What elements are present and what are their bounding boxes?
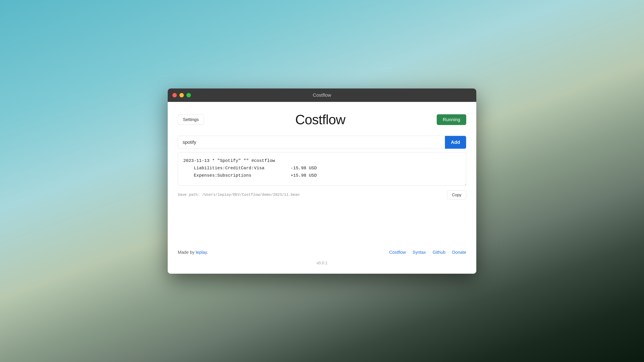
- minimize-button[interactable]: [180, 93, 184, 97]
- footer-link-syntax[interactable]: Syntax: [412, 250, 426, 255]
- version-row: v0.0.1: [178, 258, 466, 265]
- footer-links: Costflow Syntax Github Donate: [389, 250, 466, 255]
- made-by-suffix: .: [207, 250, 208, 255]
- made-by-prefix: Made by: [178, 250, 196, 255]
- transaction-textarea[interactable]: 2023-11-13 * "Spotify" "" #costflow Liab…: [178, 152, 466, 186]
- made-by: Made by leplay.: [178, 250, 208, 255]
- author-link[interactable]: leplay: [196, 250, 207, 255]
- titlebar-title: Costflow: [313, 92, 331, 98]
- save-path-row: Save path: /Users/leplay/DEV/Costflow/de…: [178, 190, 466, 199]
- save-path-label: Save path: /Users/leplay/DEV/Costflow/de…: [178, 193, 300, 197]
- input-row: Add: [178, 136, 466, 149]
- maximize-button[interactable]: [186, 93, 191, 97]
- main-content: Settings Costflow Running Add 2023-11-13…: [168, 102, 476, 274]
- settings-button[interactable]: Settings: [178, 114, 204, 125]
- footer-link-github[interactable]: Github: [433, 250, 446, 255]
- add-button[interactable]: Add: [445, 136, 466, 149]
- copy-button[interactable]: Copy: [447, 190, 466, 199]
- app-window: Costflow Settings Costflow Running Add 2…: [168, 88, 476, 274]
- header-row: Settings Costflow Running: [178, 112, 466, 127]
- app-title: Costflow: [295, 112, 345, 127]
- titlebar: Costflow: [168, 88, 476, 102]
- running-button[interactable]: Running: [437, 114, 466, 125]
- footer: Made by leplay. Costflow Syntax Github D…: [178, 246, 466, 255]
- search-input[interactable]: [178, 136, 445, 149]
- close-button[interactable]: [172, 93, 177, 97]
- footer-link-donate[interactable]: Donate: [452, 250, 466, 255]
- window-controls: [172, 93, 191, 97]
- version-label: v0.0.1: [316, 261, 327, 265]
- footer-link-costflow[interactable]: Costflow: [389, 250, 406, 255]
